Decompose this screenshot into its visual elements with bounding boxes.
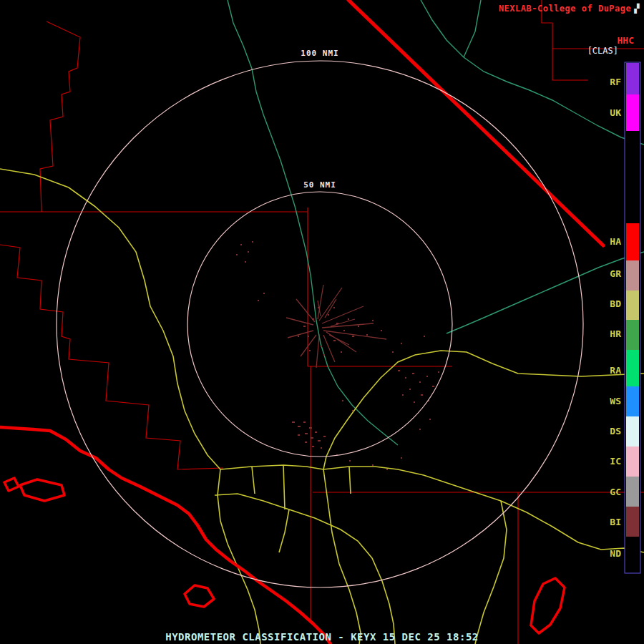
legend-label-rf: RF xyxy=(610,77,621,87)
legend-swatch-rf xyxy=(626,63,639,94)
range-ring-label-50: 50 NMI xyxy=(303,180,336,190)
legend-label-hr: HR xyxy=(610,328,621,339)
legend-label-gr: GR xyxy=(610,268,621,279)
legend-label-ra: RA xyxy=(610,365,621,376)
radar-display: 100 NMI 50 NMI NEXLAB-College of DuPage▞… xyxy=(0,0,644,644)
legend-swatch-bd xyxy=(626,291,639,320)
site-brand: NEXLAB-College of DuPage▞ xyxy=(499,4,640,14)
legend-label-bi: BI xyxy=(610,517,621,527)
legend-label-ha: HA xyxy=(610,236,621,247)
legend-label-ws: WS xyxy=(610,396,621,406)
legend-swatch-ws xyxy=(626,386,639,416)
legend-swatch-nd xyxy=(626,537,639,572)
coastline xyxy=(0,427,331,644)
range-rings xyxy=(57,61,583,587)
highway-lines xyxy=(0,169,644,644)
product-code: HHC xyxy=(618,35,634,46)
range-ring-100 xyxy=(57,61,583,587)
legend-swatch-gr xyxy=(626,260,639,291)
legend-swatch-ha xyxy=(626,223,639,260)
range-ring-label-100: 100 NMI xyxy=(301,49,338,58)
county-line xyxy=(0,0,644,644)
brand-text: NEXLAB-College of DuPage xyxy=(499,4,631,14)
legend-swatch-ic xyxy=(626,447,639,477)
legend-swatch-gc xyxy=(626,477,639,507)
legend-swatch-ra xyxy=(626,350,639,386)
state-boundary xyxy=(348,0,603,245)
legend-swatch-hr xyxy=(626,320,639,350)
legend-swatch-uk xyxy=(626,94,639,131)
product-tag: [CLAS] xyxy=(587,46,618,56)
legend-label-ds: DS xyxy=(610,426,621,436)
echo-speckles xyxy=(236,242,439,469)
radar-echoes xyxy=(236,242,439,469)
legend-label-uk: UK xyxy=(610,107,621,118)
county-lines xyxy=(0,0,644,644)
legend-swatch-ds xyxy=(626,416,639,447)
legend-label-bd: BD xyxy=(610,298,621,309)
radar-map[interactable]: 100 NMI 50 NMI xyxy=(0,0,644,644)
status-bar: HYDROMETEOR CLASSIFICATION - KEYX 15 DEC… xyxy=(0,631,644,643)
highway xyxy=(0,169,644,644)
cod-logo-icon: ▞ xyxy=(634,4,640,14)
legend-label-gc: GC xyxy=(610,487,621,497)
range-ring-50 xyxy=(187,192,452,457)
legend-swatch-bi xyxy=(626,507,639,537)
legend-label-nd: ND xyxy=(610,548,621,559)
legend-label-ic: IC xyxy=(610,456,621,467)
echo-streaks xyxy=(286,285,386,368)
legend-panel: RF UK HA GR BD HR RA WS DS IC GC BI ND xyxy=(600,61,644,576)
